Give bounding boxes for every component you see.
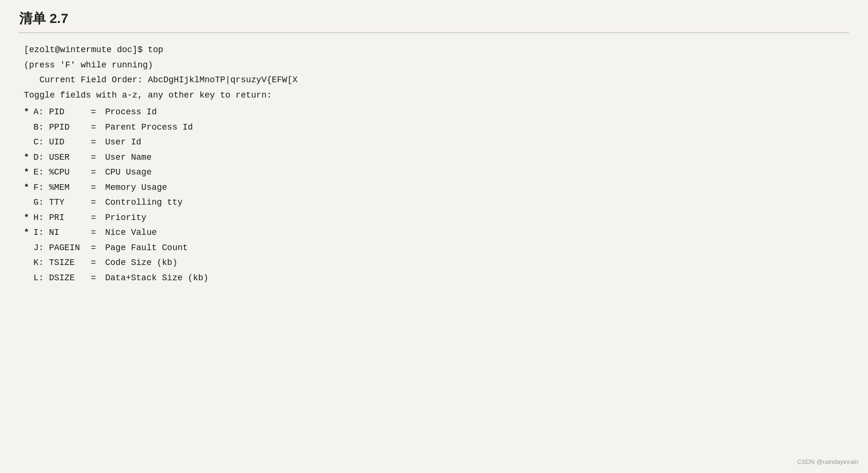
- title-section: 清单 2.7: [19, 10, 849, 33]
- field-eq: =: [91, 135, 105, 150]
- field-star: *: [24, 180, 33, 196]
- field-eq: =: [91, 105, 105, 120]
- field-eq: =: [91, 255, 105, 271]
- field-star: *: [24, 105, 33, 120]
- field-key: C: UID: [33, 135, 91, 150]
- field-value: User Id: [105, 135, 141, 150]
- field-row: G: TTY= Controlling tty: [24, 195, 849, 210]
- field-key: D: USER: [33, 150, 91, 165]
- field-key: E: %CPU: [33, 165, 91, 180]
- field-value: Parent Process Id: [105, 120, 193, 135]
- field-row: C: UID= User Id: [24, 135, 849, 150]
- field-key: G: TTY: [33, 195, 91, 210]
- page-title: 清单 2.7: [19, 10, 849, 28]
- field-key: J: PAGEIN: [33, 241, 91, 256]
- terminal-toggle: Toggle fields with a-z, any other key to…: [24, 88, 849, 103]
- field-star: *: [24, 210, 33, 226]
- field-value: Code Size (kb): [105, 255, 177, 271]
- field-row: * D: USER= User Name: [24, 150, 849, 165]
- field-eq: =: [91, 120, 105, 135]
- field-row: * I: NI= Nice Value: [24, 225, 849, 241]
- field-value: CPU Usage: [105, 165, 152, 180]
- field-value: Process Id: [105, 105, 157, 120]
- field-row: L: DSIZE= Data+Stack Size (kb): [24, 271, 849, 286]
- field-key: H: PRI: [33, 210, 91, 226]
- field-key: K: TSIZE: [33, 255, 91, 271]
- terminal-field-order: Current Field Order: AbcDgHIjklMnoTP|qrs…: [24, 73, 849, 88]
- field-value: Controlling tty: [105, 195, 183, 210]
- field-row: J: PAGEIN= Page Fault Count: [24, 241, 849, 256]
- field-key: F: %MEM: [33, 180, 91, 196]
- field-key: A: PID: [33, 105, 91, 120]
- field-value: Memory Usage: [105, 180, 167, 196]
- field-eq: =: [91, 150, 105, 165]
- field-star: *: [24, 165, 33, 180]
- content-block: [ezolt@wintermute doc]$ top (press 'F' w…: [19, 43, 849, 286]
- field-value: Page Fault Count: [105, 241, 188, 256]
- field-row: * E: %CPU= CPU Usage: [24, 165, 849, 180]
- field-value: Priority: [105, 210, 146, 226]
- field-eq: =: [91, 225, 105, 241]
- field-eq: =: [91, 165, 105, 180]
- field-key: L: DSIZE: [33, 271, 91, 286]
- terminal-press: (press 'F' while running): [24, 58, 849, 73]
- field-star: *: [24, 225, 33, 241]
- field-row: B: PPID= Parent Process Id: [24, 120, 849, 135]
- field-list: * A: PID= Process Id B: PPID= Parent Pro…: [24, 105, 849, 286]
- page-container: 清单 2.7 [ezolt@wintermute doc]$ top (pres…: [0, 0, 868, 473]
- field-row: * A: PID= Process Id: [24, 105, 849, 120]
- field-key: I: NI: [33, 225, 91, 241]
- field-row: * F: %MEM= Memory Usage: [24, 180, 849, 196]
- watermark: CSDN @raindayinrain: [797, 458, 858, 465]
- field-row: * H: PRI= Priority: [24, 210, 849, 226]
- field-eq: =: [91, 195, 105, 210]
- field-star: *: [24, 150, 33, 165]
- field-value: Nice Value: [105, 225, 157, 241]
- field-eq: =: [91, 241, 105, 256]
- field-row: K: TSIZE= Code Size (kb): [24, 255, 849, 271]
- terminal-cmd: [ezolt@wintermute doc]$ top: [24, 43, 849, 58]
- title-divider: [19, 33, 849, 33]
- field-eq: =: [91, 180, 105, 196]
- field-eq: =: [91, 271, 105, 286]
- field-value: Data+Stack Size (kb): [105, 271, 208, 286]
- field-key: B: PPID: [33, 120, 91, 135]
- field-eq: =: [91, 210, 105, 226]
- field-value: User Name: [105, 150, 152, 165]
